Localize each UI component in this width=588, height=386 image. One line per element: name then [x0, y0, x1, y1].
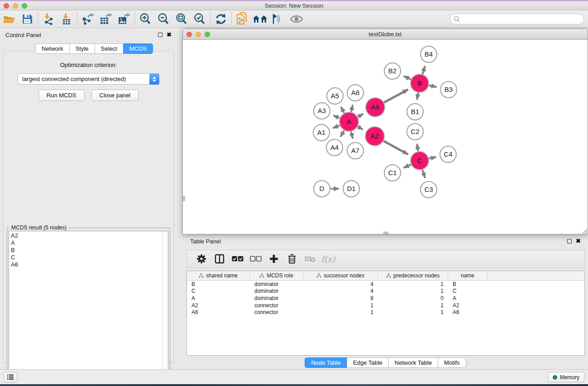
mcds-result-list[interactable]: A2ABCA6 [9, 231, 168, 379]
vertical-scroll-nub[interactable] [183, 196, 185, 201]
cell-shared-name[interactable]: A6 [187, 309, 250, 315]
table-row[interactable]: Cdominator41C [187, 288, 584, 295]
edge-A-A6[interactable] [358, 114, 363, 117]
node-table[interactable]: shared nameMCDS rolesuccessor nodesprede… [186, 271, 585, 356]
tab-edge-table[interactable]: Edge Table [347, 357, 389, 368]
tab-network[interactable]: Network [35, 43, 70, 54]
edge-A-A2[interactable] [358, 127, 363, 130]
float-panel-icon[interactable] [158, 33, 163, 37]
table-settings-button[interactable] [193, 252, 210, 266]
result-item[interactable]: B [11, 247, 168, 254]
table-row[interactable]: Adominator80A [187, 295, 584, 302]
cell-shared-name[interactable]: B [187, 281, 250, 287]
cell-name[interactable]: A6 [448, 309, 488, 315]
delete-column-button[interactable] [284, 252, 300, 266]
tab-style[interactable]: Style [69, 43, 95, 54]
export-network-button[interactable] [79, 11, 97, 27]
export-table-button[interactable] [97, 11, 115, 27]
tab-network-table[interactable]: Network Table [388, 357, 438, 368]
resize-grip[interactable] [581, 228, 587, 234]
cell-shared-name[interactable]: A [187, 295, 250, 301]
criterion-dropdown[interactable]: largest connected component (directed) [18, 73, 159, 85]
cell-MCDS-role[interactable]: dominator [250, 295, 303, 301]
cell-shared-name[interactable]: A2 [187, 302, 250, 309]
tab-node-table[interactable]: Node Table [305, 357, 347, 368]
show-details-button[interactable] [287, 11, 306, 27]
close-panel-icon[interactable]: ✖ [167, 33, 172, 37]
tab-mcds[interactable]: MCDS [123, 43, 153, 54]
table-header-row[interactable]: shared nameMCDS rolesuccessor nodesprede… [187, 271, 584, 281]
network-window-titlebar[interactable]: testGlobe.txt [183, 29, 588, 40]
export-image-button[interactable] [115, 11, 133, 27]
edge-A-A4[interactable] [340, 130, 344, 137]
cell-successor-nodes[interactable]: 4 [303, 281, 378, 287]
close-table-panel-icon[interactable]: ✖ [576, 239, 581, 243]
edge-B-B1[interactable] [417, 93, 418, 100]
edge-A-A5[interactable] [341, 107, 344, 113]
tab-motifs[interactable]: Motifs [438, 357, 466, 368]
edge-C-C3[interactable] [422, 170, 425, 178]
table-row[interactable]: A6connector11A6 [187, 309, 584, 316]
cell-predecessor-nodes[interactable]: 1 [378, 281, 448, 287]
function-builder-button[interactable]: f(x) [320, 252, 336, 266]
result-item[interactable]: A [11, 239, 168, 247]
edge-B-B3[interactable] [429, 85, 437, 87]
edge-B-B2[interactable] [404, 76, 411, 79]
column-header-name[interactable]: name [448, 271, 488, 280]
zoom-in-button[interactable] [136, 11, 154, 27]
column-header-predecessor-nodes[interactable]: predecessor nodes [378, 271, 448, 280]
edge-A-A8[interactable] [351, 105, 353, 112]
zoom-selected-button[interactable] [191, 11, 209, 27]
hide-details-button[interactable] [269, 11, 287, 27]
search-input[interactable] [450, 14, 584, 24]
float-table-panel-icon[interactable] [567, 239, 572, 243]
column-header-MCDS-role[interactable]: MCDS role [250, 271, 303, 280]
cell-predecessor-nodes[interactable]: 1 [378, 309, 448, 315]
result-scrollbar[interactable] [162, 231, 168, 379]
edge-C-C4[interactable] [429, 157, 436, 159]
show-panel-button[interactable] [4, 372, 17, 382]
cell-predecessor-nodes[interactable]: 0 [378, 295, 448, 301]
network-graph[interactable]: B4B2BB3A5A8A6A3AB1A1C2A2A4A7C4CC1C3DD1 [183, 40, 588, 234]
cell-name[interactable]: C [448, 288, 488, 294]
import-table-button[interactable] [57, 11, 76, 27]
cell-shared-name[interactable]: C [187, 288, 250, 294]
table-body[interactable]: Bdominator41BCdominator41CAdominator80AA… [187, 281, 584, 316]
result-item[interactable]: A6 [11, 261, 168, 268]
run-mcds-button[interactable]: Run MCDS [38, 90, 85, 101]
result-item[interactable]: A2 [11, 232, 168, 239]
cell-predecessor-nodes[interactable]: 1 [378, 288, 448, 294]
table-row[interactable]: Bdominator41B [187, 281, 584, 288]
zoom-out-button[interactable] [154, 11, 172, 27]
cell-MCDS-role[interactable]: dominator [250, 288, 303, 294]
cell-successor-nodes[interactable]: 4 [303, 288, 378, 294]
select-all-button[interactable] [229, 252, 246, 266]
open-file-button[interactable] [0, 11, 18, 27]
cell-predecessor-nodes[interactable]: 1 [378, 302, 448, 309]
edge-A6-B[interactable] [384, 90, 408, 103]
cell-successor-nodes[interactable]: 1 [303, 302, 378, 309]
save-session-button[interactable] [18, 11, 36, 27]
edge-A-A7[interactable] [351, 131, 353, 138]
zoom-fit-button[interactable] [172, 11, 191, 27]
close-panel-button[interactable]: Close panel [91, 90, 139, 101]
cell-name[interactable]: A2 [448, 302, 488, 309]
network-canvas[interactable]: B4B2BB3A5A8A6A3AB1A1C2A2A4A7C4CC1C3DD1 [183, 40, 588, 234]
cell-name[interactable]: A [448, 295, 488, 301]
column-header-shared-name[interactable]: shared name [187, 271, 250, 280]
cell-successor-nodes[interactable]: 8 [303, 295, 378, 301]
deselect-all-button[interactable] [248, 252, 264, 266]
tab-select[interactable]: Select [95, 43, 124, 54]
result-item[interactable]: C [11, 254, 168, 261]
show-columns-button[interactable] [211, 252, 228, 266]
cell-name[interactable]: B [448, 281, 488, 287]
edge-B-B4[interactable] [422, 66, 425, 74]
edge-A-A1[interactable] [333, 125, 339, 128]
edge-C-C1[interactable] [404, 165, 411, 168]
horizontal-scroll-nub[interactable] [383, 232, 388, 234]
cell-MCDS-role[interactable]: connector [250, 309, 303, 315]
cell-MCDS-role[interactable]: dominator [250, 281, 303, 287]
import-network-button[interactable] [39, 11, 57, 27]
home-button[interactable] [251, 11, 269, 27]
add-column-button[interactable] [266, 252, 282, 266]
